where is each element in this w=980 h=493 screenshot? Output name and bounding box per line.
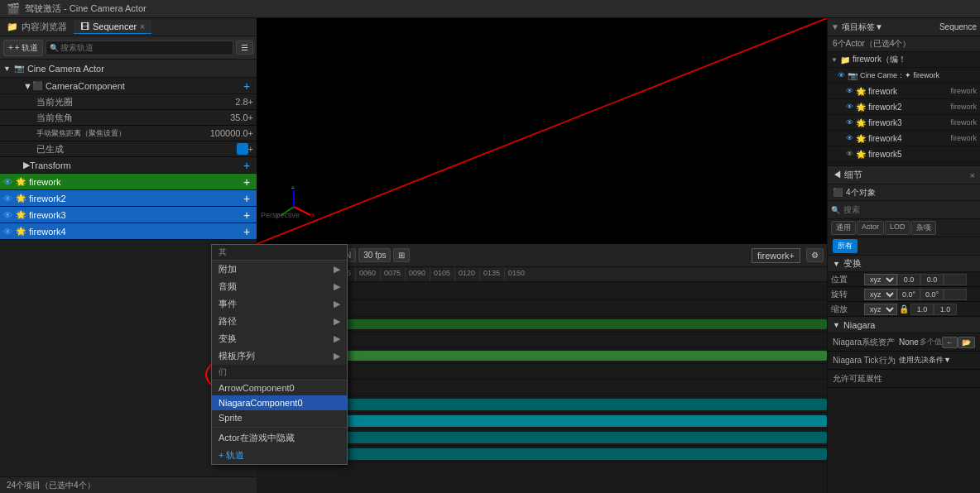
scale-select[interactable]: xyz (864, 304, 897, 315)
outliner-firework1[interactable]: 👁 🌟 firework firework (828, 84, 980, 99)
outliner-firework-folder[interactable]: ▼ 📁 firework（编！ (828, 52, 980, 68)
filter-icon: ☰ (241, 43, 248, 52)
position-y-input[interactable] (920, 274, 944, 285)
outliner-firework5[interactable]: 👁 🌟 firework5 (828, 146, 980, 162)
focus-track[interactable]: 手动聚焦距离（聚焦设置） 100000.0 + (0, 126, 257, 141)
actor-count: 6个Actor（已选4个） (828, 36, 980, 52)
folder-arrow-icon: ▼ (831, 56, 838, 64)
firework2-track[interactable]: 👁 🌟 firework2 + (0, 190, 257, 207)
outliner-firework2[interactable]: 👁 🌟 firework2 firework (828, 99, 980, 115)
position-z-input[interactable] (944, 274, 967, 285)
add-firework-button[interactable]: + (240, 175, 253, 189)
transform-track[interactable]: ▶ Transform + (0, 157, 257, 174)
ctx-actor-hide-item[interactable]: Actor在游戏中隐藏 (257, 429, 347, 447)
rotation-x-input[interactable] (897, 289, 920, 300)
outliner-firework4[interactable]: 👁 🌟 firework4 firework (828, 131, 980, 146)
scale-y-input[interactable] (934, 304, 957, 315)
aperture-track[interactable]: 当前光圈 2.8 + (0, 94, 257, 110)
add-track-button[interactable]: + + 轨道 (3, 40, 43, 56)
rotation-select[interactable]: xyz (864, 289, 897, 300)
options-button[interactable]: ⚙ (806, 248, 824, 262)
niagara-asset-btn2[interactable]: 📂 (958, 337, 975, 348)
firework3-track[interactable]: 👁 🌟 firework3 + (0, 207, 257, 223)
viewport[interactable]: X Y Z Perspective (257, 18, 827, 244)
rotation-y-input[interactable] (920, 289, 944, 300)
ctx-template-item[interactable]: 模板序列 ▶ (257, 347, 347, 365)
add-fov-button[interactable]: + (248, 112, 253, 122)
add-aperture-button[interactable]: + (248, 97, 253, 107)
add-camera-component-button[interactable]: + (240, 79, 253, 93)
ctx-event-arrow-icon: ▶ (334, 299, 340, 309)
fps-button[interactable]: 30 fps (358, 248, 391, 262)
ctx-section2: 们 (257, 365, 347, 381)
filter-all-button[interactable]: 所有 (833, 239, 858, 253)
ctx-arrow-component-item[interactable]: ArrowComponent0 (257, 381, 347, 395)
firework4-track[interactable]: 👁 🌟 firework4 + (0, 223, 257, 240)
rotation-z-input[interactable] (944, 289, 967, 300)
fw2-icon: 🌟 (856, 103, 866, 112)
firework-track[interactable]: 👁 🌟 firework + (0, 174, 257, 190)
ctx-add-arrow-icon: ▶ (334, 264, 340, 275)
ctx-add-track-item[interactable]: + 轨道 (257, 447, 347, 464)
filter-button[interactable]: ☰ (236, 41, 253, 55)
fov-track[interactable]: 当前焦角 35.0 + (0, 110, 257, 126)
tab-lod[interactable]: LOD (885, 221, 910, 235)
viewport-snap-button[interactable]: ⊞ (393, 248, 410, 262)
position-x-input[interactable] (897, 274, 920, 285)
ctx-add-item[interactable]: 附加 ▶ (257, 261, 347, 278)
right-side: ▼ 项目标签▼ Sequence 6个Actor（已选4个） ▼ 📁 firew… (827, 18, 980, 493)
fw1-icon: 🌟 (856, 87, 866, 96)
ctx-niagara-component-item[interactable]: NiagaraComponent0 (257, 395, 347, 410)
expand-arrow2-icon: ▼ (23, 81, 32, 91)
niagara-scalability-row: 允许可延展性 (828, 370, 980, 388)
tab-close-icon[interactable]: × (140, 22, 145, 31)
cine-camera-group-header[interactable]: ▼ 📷 Cine Camera Actor (0, 60, 257, 78)
outliner-cine-camera[interactable]: 👁 📷 Cine Came：✦ firework (828, 68, 980, 84)
add-focus-button[interactable]: + (248, 128, 253, 138)
sequencer-top-toolbar: + + 轨道 🔍 ☰ (0, 36, 257, 60)
tab-misc[interactable]: 杂项 (911, 221, 936, 235)
details-search: 🔍 (828, 201, 980, 219)
generated-checkbox[interactable] (237, 143, 248, 155)
add-firework3-button[interactable]: + (240, 208, 253, 222)
position-select[interactable]: xyz (864, 274, 897, 285)
scale-row: 缩放 xyz 🔒 (828, 302, 980, 317)
details-panel: ◀ 细节 × ⬛ 4个对象 🔍 通用 Actor LOD 杂项 (828, 166, 980, 493)
scale-x-input[interactable] (910, 304, 934, 315)
ctx-sprite-item[interactable]: Sprite (257, 410, 347, 425)
details-search-input[interactable] (840, 203, 977, 217)
add-firework4-button[interactable]: + (240, 225, 253, 238)
viewport-svg (257, 18, 827, 244)
object-icon: ⬛ (833, 188, 843, 197)
search-tracks-input[interactable] (60, 43, 229, 52)
fw5-icon: 🌟 (856, 150, 866, 159)
add-generated-button[interactable]: + (248, 144, 253, 154)
tab-sequencer[interactable]: 🎞 Sequencer × (74, 20, 151, 34)
ctx-path-item[interactable]: 路径 ▶ (257, 313, 347, 330)
niagara-section: ▼ Niagara (828, 317, 980, 333)
ctx-transform-item[interactable]: 变换 ▶ (257, 330, 347, 347)
tab-actor[interactable]: Actor (857, 221, 884, 235)
outliner-title: 项目标签▼ (842, 22, 883, 33)
fw1-label: firework (868, 87, 897, 96)
firework4-icon: 🌟 (16, 227, 26, 236)
ctx-audio-item[interactable]: 音频 ▶ (257, 278, 347, 295)
ctx-path-arrow-icon: ▶ (334, 316, 340, 327)
camera-component-track[interactable]: ▼ ⬛ CameraComponent + (0, 78, 257, 94)
add-firework2-button[interactable]: + (240, 192, 253, 205)
cb-icon: 📁 (7, 22, 18, 32)
tab-content-browser[interactable]: 📁 内容浏览器 (0, 19, 74, 35)
details-close-button[interactable]: × (970, 170, 975, 180)
details-title: ◀ 细节 (833, 169, 862, 181)
niagara-asset-btn1[interactable]: ← (942, 337, 958, 348)
tab-general[interactable]: 通用 (831, 221, 856, 235)
rotation-row: 旋转 xyz (828, 287, 980, 302)
details-header: ◀ 细节 × (828, 166, 980, 184)
outliner-firework3[interactable]: 👁 🌟 firework3 firework (828, 115, 980, 131)
ctx-event-item[interactable]: 事件 ▶ (257, 295, 347, 313)
generated-track[interactable]: 已生成 + (0, 141, 257, 157)
fw5-eye-icon: 👁 (846, 150, 853, 158)
title-bar: 🎬 驾驶激活 - Cine Camera Actor (0, 0, 980, 18)
add-transform-button[interactable]: + (240, 159, 253, 172)
search-icon: 🔍 (50, 44, 59, 52)
